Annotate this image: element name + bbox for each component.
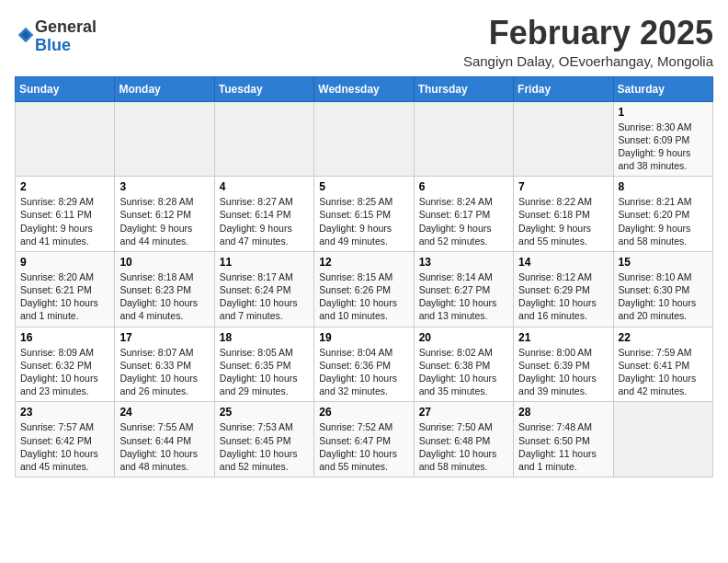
day-cell: 11Sunrise: 8:17 AM Sunset: 6:24 PM Dayli… xyxy=(214,251,313,327)
day-info: Sunrise: 8:24 AM Sunset: 6:17 PM Dayligh… xyxy=(419,195,508,247)
day-number: 15 xyxy=(619,256,708,269)
day-info: Sunrise: 7:59 AM Sunset: 6:41 PM Dayligh… xyxy=(619,346,708,398)
week-row-5: 23Sunrise: 7:57 AM Sunset: 6:42 PM Dayli… xyxy=(16,402,713,477)
day-info: Sunrise: 8:27 AM Sunset: 6:14 PM Dayligh… xyxy=(220,195,309,247)
day-info: Sunrise: 8:30 AM Sunset: 6:09 PM Dayligh… xyxy=(619,121,708,173)
day-info: Sunrise: 8:29 AM Sunset: 6:11 PM Dayligh… xyxy=(20,195,109,247)
day-info: Sunrise: 8:10 AM Sunset: 6:30 PM Dayligh… xyxy=(619,270,708,323)
day-number: 17 xyxy=(119,331,209,344)
day-cell: 1Sunrise: 8:30 AM Sunset: 6:09 PM Daylig… xyxy=(613,101,712,177)
day-number: 9 xyxy=(20,256,109,269)
day-cell: 2Sunrise: 8:29 AM Sunset: 6:11 PM Daylig… xyxy=(16,177,115,252)
day-number: 18 xyxy=(220,331,309,344)
day-info: Sunrise: 8:05 AM Sunset: 6:35 PM Dayligh… xyxy=(220,346,309,398)
main-title: February 2025 xyxy=(463,15,713,52)
day-number: 24 xyxy=(119,406,209,419)
week-row-4: 16Sunrise: 8:09 AM Sunset: 6:32 PM Dayli… xyxy=(16,327,713,402)
day-info: Sunrise: 8:25 AM Sunset: 6:15 PM Dayligh… xyxy=(319,195,408,247)
day-info: Sunrise: 8:09 AM Sunset: 6:32 PM Dayligh… xyxy=(20,346,109,398)
day-cell: 16Sunrise: 8:09 AM Sunset: 6:32 PM Dayli… xyxy=(16,327,115,402)
day-info: Sunrise: 7:50 AM Sunset: 6:48 PM Dayligh… xyxy=(419,420,508,473)
day-info: Sunrise: 8:15 AM Sunset: 6:26 PM Dayligh… xyxy=(319,270,408,323)
day-info: Sunrise: 8:28 AM Sunset: 6:12 PM Dayligh… xyxy=(119,195,209,247)
day-number: 1 xyxy=(619,106,708,119)
day-info: Sunrise: 8:12 AM Sunset: 6:29 PM Dayligh… xyxy=(518,270,608,323)
day-number: 23 xyxy=(20,406,109,419)
calendar-body: 1Sunrise: 8:30 AM Sunset: 6:09 PM Daylig… xyxy=(16,101,713,477)
day-info: Sunrise: 8:20 AM Sunset: 6:21 PM Dayligh… xyxy=(20,270,109,323)
logo-blue: Blue xyxy=(35,36,71,54)
day-info: Sunrise: 8:02 AM Sunset: 6:38 PM Dayligh… xyxy=(419,346,508,398)
day-cell: 5Sunrise: 8:25 AM Sunset: 6:15 PM Daylig… xyxy=(314,177,414,252)
day-cell: 27Sunrise: 7:50 AM Sunset: 6:48 PM Dayli… xyxy=(414,402,513,477)
day-info: Sunrise: 8:00 AM Sunset: 6:39 PM Dayligh… xyxy=(518,346,608,398)
day-cell: 21Sunrise: 8:00 AM Sunset: 6:39 PM Dayli… xyxy=(514,327,613,402)
day-info: Sunrise: 7:55 AM Sunset: 6:44 PM Dayligh… xyxy=(119,420,209,473)
day-cell: 19Sunrise: 8:04 AM Sunset: 6:36 PM Dayli… xyxy=(314,327,414,402)
day-cell xyxy=(115,101,214,177)
day-cell: 4Sunrise: 8:27 AM Sunset: 6:14 PM Daylig… xyxy=(214,177,313,252)
day-cell xyxy=(214,101,313,177)
header-day-saturday: Saturday xyxy=(613,76,712,101)
week-row-1: 1Sunrise: 8:30 AM Sunset: 6:09 PM Daylig… xyxy=(16,101,713,177)
week-row-3: 9Sunrise: 8:20 AM Sunset: 6:21 PM Daylig… xyxy=(16,251,713,327)
day-info: Sunrise: 8:14 AM Sunset: 6:27 PM Dayligh… xyxy=(419,270,508,323)
day-number: 6 xyxy=(419,180,508,193)
day-cell: 22Sunrise: 7:59 AM Sunset: 6:41 PM Dayli… xyxy=(613,327,712,402)
day-cell xyxy=(16,101,115,177)
title-block: February 2025 Sangiyn Dalay, OEvoerhanga… xyxy=(463,15,713,69)
day-cell: 15Sunrise: 8:10 AM Sunset: 6:30 PM Dayli… xyxy=(613,251,712,327)
day-number: 19 xyxy=(319,331,408,344)
day-number: 20 xyxy=(419,331,508,344)
calendar-header: SundayMondayTuesdayWednesdayThursdayFrid… xyxy=(16,76,713,101)
page-header: General Blue February 2025 Sangiyn Dalay… xyxy=(15,15,713,69)
calendar-table: SundayMondayTuesdayWednesdayThursdayFrid… xyxy=(15,76,713,477)
day-number: 11 xyxy=(220,256,309,269)
day-cell: 17Sunrise: 8:07 AM Sunset: 6:33 PM Dayli… xyxy=(115,327,214,402)
day-cell: 26Sunrise: 7:52 AM Sunset: 6:47 PM Dayli… xyxy=(314,402,414,477)
day-cell: 3Sunrise: 8:28 AM Sunset: 6:12 PM Daylig… xyxy=(115,177,214,252)
day-cell: 12Sunrise: 8:15 AM Sunset: 6:26 PM Dayli… xyxy=(314,251,414,327)
day-info: Sunrise: 8:17 AM Sunset: 6:24 PM Dayligh… xyxy=(220,270,309,323)
day-cell: 7Sunrise: 8:22 AM Sunset: 6:18 PM Daylig… xyxy=(514,177,613,252)
day-cell: 23Sunrise: 7:57 AM Sunset: 6:42 PM Dayli… xyxy=(16,402,115,477)
logo: General Blue xyxy=(15,18,97,55)
day-number: 4 xyxy=(220,180,309,193)
day-info: Sunrise: 7:48 AM Sunset: 6:50 PM Dayligh… xyxy=(518,420,608,473)
day-number: 22 xyxy=(619,331,708,344)
day-cell xyxy=(514,101,613,177)
day-info: Sunrise: 8:04 AM Sunset: 6:36 PM Dayligh… xyxy=(319,346,408,398)
logo-general: General xyxy=(35,17,97,36)
day-cell: 20Sunrise: 8:02 AM Sunset: 6:38 PM Dayli… xyxy=(414,327,513,402)
header-day-wednesday: Wednesday xyxy=(314,76,414,101)
week-row-2: 2Sunrise: 8:29 AM Sunset: 6:11 PM Daylig… xyxy=(16,177,713,252)
day-info: Sunrise: 8:22 AM Sunset: 6:18 PM Dayligh… xyxy=(518,195,608,247)
day-cell xyxy=(613,402,712,477)
day-number: 10 xyxy=(119,256,209,269)
day-number: 8 xyxy=(619,180,708,193)
day-cell xyxy=(314,101,414,177)
day-number: 13 xyxy=(419,256,508,269)
day-cell: 13Sunrise: 8:14 AM Sunset: 6:27 PM Dayli… xyxy=(414,251,513,327)
day-cell: 24Sunrise: 7:55 AM Sunset: 6:44 PM Dayli… xyxy=(115,402,214,477)
day-cell: 10Sunrise: 8:18 AM Sunset: 6:23 PM Dayli… xyxy=(115,251,214,327)
day-number: 26 xyxy=(319,406,408,419)
day-number: 21 xyxy=(518,331,608,344)
day-number: 28 xyxy=(518,406,608,419)
day-number: 3 xyxy=(119,180,209,193)
subtitle: Sangiyn Dalay, OEvoerhangay, Mongolia xyxy=(463,53,713,69)
day-info: Sunrise: 7:52 AM Sunset: 6:47 PM Dayligh… xyxy=(319,420,408,473)
day-info: Sunrise: 7:57 AM Sunset: 6:42 PM Dayligh… xyxy=(20,420,109,473)
day-cell xyxy=(414,101,513,177)
day-number: 27 xyxy=(419,406,508,419)
day-cell: 28Sunrise: 7:48 AM Sunset: 6:50 PM Dayli… xyxy=(514,402,613,477)
day-number: 16 xyxy=(20,331,109,344)
day-info: Sunrise: 8:07 AM Sunset: 6:33 PM Dayligh… xyxy=(119,346,209,398)
day-number: 5 xyxy=(319,180,408,193)
day-info: Sunrise: 8:18 AM Sunset: 6:23 PM Dayligh… xyxy=(119,270,209,323)
day-number: 25 xyxy=(220,406,309,419)
header-row: SundayMondayTuesdayWednesdayThursdayFrid… xyxy=(16,76,713,101)
header-day-monday: Monday xyxy=(115,76,214,101)
day-cell: 25Sunrise: 7:53 AM Sunset: 6:45 PM Dayli… xyxy=(214,402,313,477)
header-day-tuesday: Tuesday xyxy=(214,76,313,101)
